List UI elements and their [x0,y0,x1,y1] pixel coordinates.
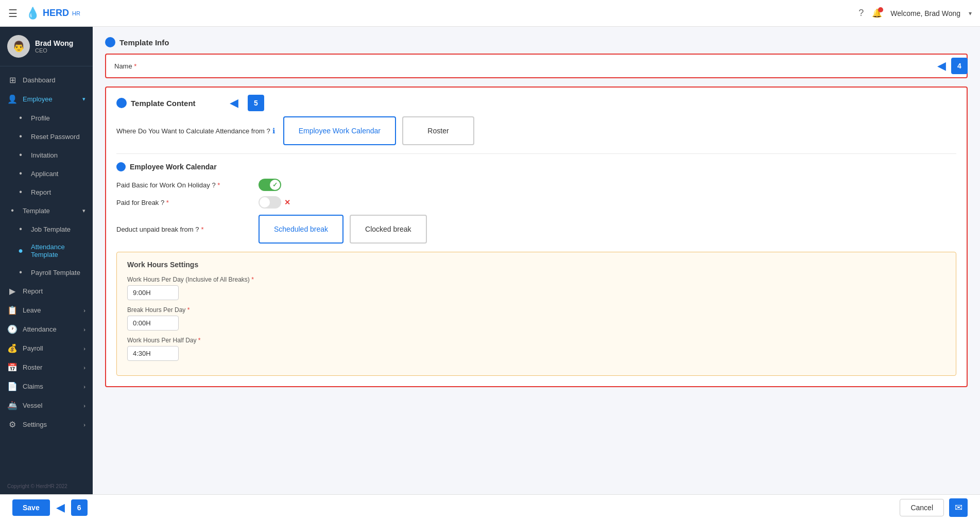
sidebar-item-template[interactable]: • Template ▾ [0,201,93,220]
notification-bell[interactable]: 🔔 [872,8,882,18]
settings-icon: ⚙ [7,420,18,429]
work-hours-settings-box: Work Hours Settings Work Hours Per Day (… [116,252,956,376]
sidebar-item-leave[interactable]: 📋 Leave › [0,301,93,320]
wh-half-day-label: Work Hours Per Half Day * [127,337,945,344]
cancel-button[interactable]: Cancel [900,499,944,516]
sidebar-item-settings[interactable]: ⚙ Settings › [0,415,93,434]
chevron-right-icon: › [83,422,85,428]
badge5-arrow-icon: ◀ [230,96,238,110]
sub-circle [116,162,126,171]
break-per-day-input[interactable] [127,316,179,331]
work-hours-per-day-field: Work Hours Per Day (Inclusive of All Bre… [127,276,945,300]
template-info-box: Name * ◀ 4 [105,54,968,78]
dot-icon: • [15,187,26,197]
sidebar-item-profile[interactable]: • Profile [0,109,93,127]
name-label: Name * [114,62,136,70]
sidebar-item-dashboard[interactable]: ⊞ Dashboard [0,71,93,90]
option-clocked-break[interactable]: Clocked break [350,215,427,244]
hamburger-icon[interactable]: ☰ [8,7,18,20]
chat-icon[interactable]: ✉ [949,498,968,517]
badge4-arrow-icon: ◀ [937,59,946,73]
save-button[interactable]: Save [12,499,50,516]
sidebar-label-invitation: Invitation [31,151,58,159]
break-hours-per-day-field: Break Hours Per Day * [127,306,945,331]
dot-icon: • [15,132,26,141]
template-info-title: Template Info [119,38,169,47]
sidebar-item-employee[interactable]: 👤 Employee ▾ [0,90,93,109]
footer: Save ◀ 6 Cancel ✉ [0,494,980,520]
option-scheduled-break[interactable]: Scheduled break [259,215,343,244]
sidebar-item-attendance[interactable]: 🕐 Attendance › [0,320,93,339]
employee-icon: 👤 [7,94,18,104]
sidebar-label-report: Report [23,287,43,295]
topnav-left: ☰ 💧 HERD HR [8,7,80,20]
sidebar-item-vessel[interactable]: 🚢 Vessel › [0,396,93,415]
circle-icon: ● [15,246,26,255]
template-info-section: Template Info Name * ◀ 4 [105,37,968,78]
main-layout: 👨 Brad Wong CEO ⊞ Dashboard 👤 Employee ▾… [0,27,980,494]
chevron-right-icon: › [83,345,85,352]
sidebar-item-payroll-template[interactable]: • Payroll Template [0,263,93,282]
template-content-title: Template Content [131,99,196,108]
option-employee-work-calendar[interactable]: Employee Work Calendar [283,116,396,145]
app-logo: 💧 HERD HR [26,7,80,20]
name-input[interactable] [142,62,958,70]
toggle-holiday[interactable]: ✓ [259,179,281,191]
section-divider [116,153,956,154]
dot-icon: • [15,150,26,160]
sidebar-label-job-template: Job Template [31,226,71,233]
sidebar-item-reset-password[interactable]: • Reset Password [0,127,93,146]
deduct-break-row: Deduct unpaid break from ? * Scheduled b… [116,215,956,244]
toggle-track-break[interactable] [259,196,281,209]
sidebar-label-attendance-template: Attendance Template [31,243,85,258]
sidebar-item-report-sub[interactable]: • Report [0,183,93,201]
chevron-right-icon: › [83,307,85,314]
chevron-right-icon: › [83,365,85,371]
toggle-label-holiday: Paid Basic for Work On Holiday ? * [116,181,250,189]
dot-icon: • [15,224,26,234]
sidebar-label-report-sub: Report [31,188,51,196]
sidebar-item-payroll[interactable]: 💰 Payroll › [0,339,93,358]
dot-icon: • [15,169,26,178]
sidebar-item-report[interactable]: ▶ Report [0,282,93,301]
template-content-box: Template Content ◀ 5 Where Do You Want t… [105,86,968,387]
sidebar-item-invitation[interactable]: • Invitation [0,146,93,164]
sidebar-item-job-template[interactable]: • Job Template [0,220,93,238]
main-content: Template Info Name * ◀ 4 Template Conten… [93,27,980,494]
sidebar-item-applicant[interactable]: • Applicant [0,164,93,183]
sidebar-label-roster: Roster [23,363,42,371]
option-roster[interactable]: Roster [402,116,474,145]
sidebar-item-attendance-template[interactable]: ● Attendance Template [0,238,93,263]
wh-half-day-input[interactable] [127,346,179,361]
template-content-header: Template Content ◀ 5 [116,98,956,108]
attendance-icon: 🕐 [7,324,18,334]
sidebar-label-settings: Settings [23,421,47,428]
wh-per-day-input[interactable] [127,285,179,300]
help-circle-icon[interactable]: ℹ [272,127,275,135]
welcome-text[interactable]: Welcome, Brad Wong [890,9,960,18]
topnav-right: ? 🔔 Welcome, Brad Wong ▾ [858,8,972,19]
work-hours-half-day-field: Work Hours Per Half Day * [127,337,945,361]
check-icon: ✓ [272,181,278,188]
step-circle-1 [105,37,115,47]
toggle-thumb-holiday: ✓ [270,180,280,190]
sidebar-item-claims[interactable]: 📄 Claims › [0,377,93,396]
welcome-dropdown-icon[interactable]: ▾ [969,10,972,17]
notification-dot [878,7,883,12]
avatar: 👨 [7,35,30,58]
toggle-label-break: Paid for Break ? * [116,199,250,206]
app-name: HERD [43,8,69,19]
dashboard-icon: ⊞ [7,75,18,85]
toggle-break[interactable]: ✕ [259,196,281,209]
toggle-thumb-break [260,197,270,207]
x-icon: ✕ [284,198,290,206]
sidebar-item-roster[interactable]: 📅 Roster › [0,358,93,377]
sub-section-header: Employee Work Calendar [116,162,956,171]
chevron-down-icon: ▾ [82,96,85,102]
sidebar-label-attendance: Attendance [23,325,57,333]
toggle-track-holiday[interactable]: ✓ [259,179,281,191]
help-icon[interactable]: ? [858,8,864,19]
sidebar: 👨 Brad Wong CEO ⊞ Dashboard 👤 Employee ▾… [0,27,93,494]
attendance-source-row: Where Do You Want to Calculate Attendanc… [116,116,956,145]
attendance-option-buttons: Employee Work Calendar Roster [283,116,474,145]
